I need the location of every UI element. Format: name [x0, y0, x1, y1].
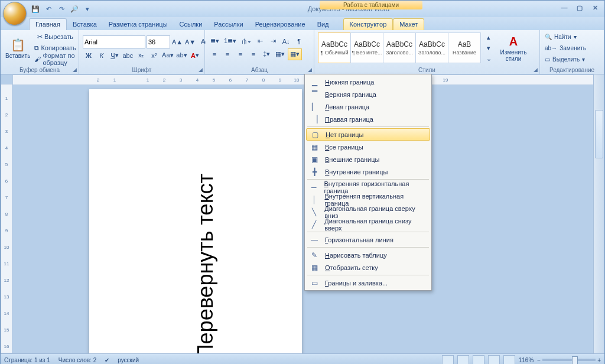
- line-spacing-button[interactable]: ‡▾: [261, 49, 272, 60]
- qat-save-icon[interactable]: 💾: [30, 4, 41, 14]
- status-language[interactable]: русский: [118, 357, 139, 363]
- align-right-button[interactable]: ≡: [235, 49, 246, 60]
- qat-customize-icon[interactable]: ▾: [82, 4, 93, 14]
- view-full-screen-button[interactable]: [457, 355, 469, 364]
- maximize-button[interactable]: ▢: [574, 3, 586, 12]
- superscript-button[interactable]: x²: [148, 50, 160, 61]
- bullets-button[interactable]: ≣▾: [209, 36, 221, 47]
- paragraph-dialog-launcher[interactable]: ◢: [307, 67, 313, 73]
- bold-button[interactable]: Ж: [83, 50, 95, 61]
- tab-table-layout[interactable]: Макет: [393, 18, 424, 30]
- borders-menu-item[interactable]: │Внутренняя вертикальная граница: [306, 193, 430, 206]
- tab-home[interactable]: Главная: [29, 18, 67, 30]
- style-item[interactable]: AaBbCc¶ Обычный: [318, 32, 351, 63]
- view-outline-button[interactable]: [488, 355, 500, 364]
- highlight-button[interactable]: ab▾: [175, 50, 188, 61]
- close-button[interactable]: ✕: [589, 3, 601, 12]
- select-button[interactable]: ▭ Выделить ▾: [544, 54, 600, 64]
- subscript-button[interactable]: x₂: [135, 50, 147, 61]
- tab-mailings[interactable]: Рассылки: [208, 19, 249, 30]
- zoom-slider[interactable]: − +: [537, 357, 601, 363]
- change-case-button[interactable]: Aa▾: [161, 50, 174, 61]
- strike-button[interactable]: abc: [122, 50, 134, 61]
- decrease-indent-button[interactable]: ⇤: [254, 36, 266, 47]
- borders-menu-item[interactable]: ▦Все границы: [306, 141, 430, 153]
- vertical-ruler[interactable]: 12345678910111213141516: [1, 84, 12, 353]
- borders-menu-item[interactable]: ▢Нет границы: [306, 128, 430, 141]
- qat-redo-icon[interactable]: ↷: [56, 4, 67, 14]
- font-dialog-launcher[interactable]: ◢: [197, 67, 203, 73]
- font-color-button[interactable]: A▾: [189, 50, 201, 61]
- format-painter-button[interactable]: 🖌 Формат по образцу: [32, 54, 77, 64]
- grow-font-button[interactable]: A▲: [171, 37, 183, 47]
- cut-button[interactable]: ✂ Вырезать: [32, 31, 77, 42]
- style-item[interactable]: AaBbCcЗаголово...: [415, 32, 448, 63]
- zoom-in-button[interactable]: +: [597, 357, 601, 363]
- office-button[interactable]: [3, 2, 27, 25]
- zoom-knob[interactable]: [572, 356, 578, 364]
- borders-menu-item[interactable]: ▔Верхняя граница: [306, 88, 430, 100]
- clipboard-dialog-launcher[interactable]: ◢: [71, 67, 77, 73]
- align-center-button[interactable]: ≡: [222, 49, 233, 60]
- qat-undo-icon[interactable]: ↶: [43, 4, 54, 14]
- font-size-combo[interactable]: [147, 35, 170, 48]
- scrollbar-thumb[interactable]: [595, 110, 603, 158]
- justify-button[interactable]: ≡: [248, 49, 259, 60]
- numbering-button[interactable]: 1≣▾: [222, 36, 238, 47]
- borders-menu-item[interactable]: ✎Нарисовать таблицу: [306, 249, 430, 261]
- style-gallery[interactable]: AaBbCc¶ ОбычныйAaBbCc¶ Без инте...AaBbCc…: [318, 32, 480, 63]
- qat-quickprint-icon[interactable]: 🔎: [69, 4, 80, 14]
- find-button[interactable]: 🔍 Найти ▾: [544, 31, 600, 42]
- status-word-count[interactable]: Число слов: 2: [58, 357, 96, 363]
- view-print-layout-button[interactable]: [442, 355, 454, 364]
- style-item[interactable]: AaBbCcЗаголово...: [383, 32, 416, 63]
- italic-button[interactable]: К: [96, 50, 108, 61]
- show-marks-button[interactable]: ¶: [293, 36, 305, 47]
- borders-menu-item[interactable]: ▦Отобразить сетку: [306, 261, 430, 274]
- zoom-out-button[interactable]: −: [537, 357, 541, 363]
- horizontal-ruler[interactable]: 2112345678910111213141516171819: [12, 74, 594, 85]
- status-proofing-icon[interactable]: ✔: [105, 357, 109, 363]
- tab-table-design[interactable]: Конструктор: [343, 18, 393, 30]
- tab-view[interactable]: Вид: [311, 19, 335, 30]
- zoom-track[interactable]: [542, 359, 596, 361]
- change-styles-button[interactable]: A Изменить стили: [496, 30, 531, 66]
- view-web-layout-button[interactable]: [473, 355, 484, 364]
- paste-button[interactable]: 📋 Вставить: [4, 30, 31, 66]
- status-page[interactable]: Страница: 1 из 1: [4, 357, 50, 363]
- document-page[interactable]: Перевернуть текст: [89, 89, 302, 353]
- borders-button[interactable]: ▦▾: [288, 48, 302, 60]
- gallery-up-button[interactable]: ▴: [483, 32, 495, 43]
- borders-menu-item[interactable]: ─Внутренняя горизонтальная граница: [306, 181, 430, 193]
- underline-button[interactable]: Ч▾: [109, 50, 121, 61]
- borders-menu-item[interactable]: ▣Внешние границы: [306, 153, 430, 165]
- align-left-button[interactable]: ≡: [209, 49, 220, 60]
- borders-menu-item[interactable]: ╲Диагональная граница сверху вниз: [306, 206, 430, 218]
- borders-menu-item[interactable]: —Горизонтальная линия: [306, 233, 430, 246]
- gallery-more-button[interactable]: ⌄: [483, 53, 495, 64]
- tab-page-layout[interactable]: Разметка страницы: [103, 19, 174, 30]
- multilevel-button[interactable]: ⫛▾: [239, 36, 253, 47]
- minimize-button[interactable]: —: [558, 3, 570, 12]
- borders-menu-item[interactable]: ▕Правая граница: [306, 113, 430, 125]
- shading-button[interactable]: ▦▾: [274, 49, 287, 60]
- replace-button[interactable]: ab→ Заменить: [544, 43, 600, 53]
- gallery-down-button[interactable]: ▾: [483, 43, 495, 53]
- borders-menu-item[interactable]: ▏Левая граница: [306, 100, 430, 113]
- font-family-combo[interactable]: [83, 35, 145, 48]
- document-body-text[interactable]: Перевернуть текст: [193, 174, 218, 353]
- increase-indent-button[interactable]: ⇥: [267, 36, 279, 47]
- borders-menu-item[interactable]: ╱Диагональная граница снизу вверх: [306, 218, 430, 230]
- vertical-scrollbar[interactable]: [593, 74, 604, 353]
- tab-references[interactable]: Ссылки: [174, 19, 209, 30]
- shrink-font-button[interactable]: A▼: [184, 37, 196, 47]
- styles-dialog-launcher[interactable]: ◢: [532, 67, 538, 73]
- style-item[interactable]: AaBbCc¶ Без инте...: [350, 32, 383, 63]
- borders-menu-item[interactable]: ▭Границы и заливка...: [306, 277, 430, 289]
- borders-menu-item[interactable]: ╋Внутренние границы: [306, 165, 430, 178]
- sort-button[interactable]: A↓: [280, 36, 292, 47]
- tab-review[interactable]: Рецензирование: [249, 19, 311, 30]
- zoom-level[interactable]: 116%: [519, 357, 534, 363]
- borders-menu-item[interactable]: ▁Нижняя граница: [306, 76, 430, 88]
- view-draft-button[interactable]: [503, 355, 515, 364]
